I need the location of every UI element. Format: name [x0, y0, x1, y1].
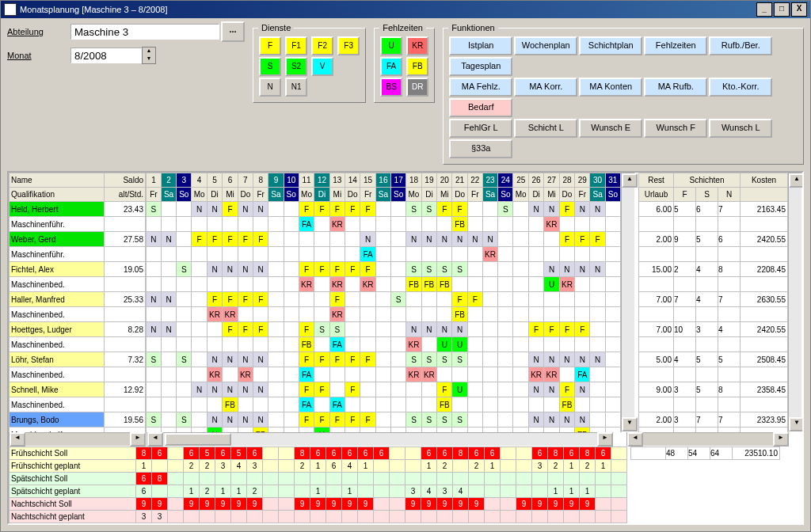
shift-cell[interactable]	[391, 352, 406, 367]
shift-cell[interactable]: F	[360, 262, 375, 277]
absence-cell[interactable]	[345, 307, 360, 322]
shift-cell[interactable]: N	[575, 412, 590, 428]
shift-cell[interactable]: F	[314, 412, 329, 428]
absence-cell[interactable]	[238, 217, 253, 232]
shift-cell[interactable]: N	[147, 322, 162, 337]
shift-cell[interactable]	[268, 202, 284, 217]
day-23[interactable]: 23	[482, 173, 497, 188]
absence-cell[interactable]	[559, 337, 574, 352]
shift-cell[interactable]: N	[406, 232, 421, 247]
shift-cell[interactable]	[329, 382, 345, 397]
shift-cell[interactable]	[482, 262, 497, 277]
absence-cell[interactable]	[223, 217, 238, 232]
fn-schichtl[interactable]: Schicht L	[514, 119, 577, 138]
absence-cell[interactable]	[482, 277, 497, 292]
shift-cell[interactable]: F	[253, 322, 268, 337]
absence-cell[interactable]	[223, 247, 238, 262]
shift-cell[interactable]: S	[177, 412, 192, 428]
absence-cell[interactable]	[284, 397, 299, 412]
shift-cell[interactable]: S	[147, 352, 162, 367]
day-24[interactable]: 24	[498, 173, 513, 188]
absence-cell[interactable]	[207, 217, 222, 232]
absence-cell[interactable]	[161, 337, 176, 352]
shift-cell[interactable]: N	[192, 382, 207, 397]
shift-cell[interactable]: S	[329, 322, 345, 337]
absence-cell[interactable]	[452, 367, 467, 382]
absence-cell[interactable]: KR	[223, 307, 238, 322]
absence-cell[interactable]	[314, 217, 329, 232]
absence-cell[interactable]	[482, 337, 497, 352]
shift-cell[interactable]: F	[467, 292, 482, 307]
shift-cell[interactable]	[268, 352, 284, 367]
shift-cell[interactable]	[207, 322, 222, 337]
shift-cell[interactable]	[284, 382, 299, 397]
absence-cell[interactable]	[575, 217, 590, 232]
absence-cell[interactable]	[559, 217, 574, 232]
shift-cell[interactable]: F	[528, 322, 543, 337]
absence-cell[interactable]	[605, 247, 620, 262]
absence-cell[interactable]	[223, 277, 238, 292]
absence-cell[interactable]	[253, 307, 268, 322]
shift-cell[interactable]: F	[575, 232, 590, 247]
shift-cell[interactable]: S	[498, 202, 513, 217]
absence-cell[interactable]	[223, 337, 238, 352]
absence-cell[interactable]	[238, 397, 253, 412]
absence-cell[interactable]	[299, 307, 314, 322]
absence-cell[interactable]	[329, 247, 345, 262]
absence-cell[interactable]	[528, 247, 543, 262]
absence-cell[interactable]	[391, 337, 406, 352]
absence-cell[interactable]	[498, 277, 513, 292]
shift-cell[interactable]	[498, 292, 513, 307]
absence-cell[interactable]	[345, 367, 360, 382]
day-13[interactable]: 13	[329, 173, 345, 188]
shift-cell[interactable]: N	[207, 202, 222, 217]
emp-name[interactable]: Schnell, Mike	[10, 382, 105, 397]
day-29[interactable]: 29	[575, 173, 590, 188]
absence-cell[interactable]: KR	[406, 367, 421, 382]
day-30[interactable]: 30	[590, 173, 605, 188]
absence-cell[interactable]	[421, 307, 436, 322]
absence-cell[interactable]	[192, 337, 207, 352]
absence-cell[interactable]	[544, 397, 559, 412]
shift-cell[interactable]	[406, 292, 421, 307]
absence-cell[interactable]	[467, 367, 482, 382]
absence-cell[interactable]: KR	[238, 367, 253, 382]
day-6[interactable]: 6	[223, 173, 238, 188]
shift-cell[interactable]: N	[452, 322, 467, 337]
absence-cell[interactable]	[528, 307, 543, 322]
shift-cell[interactable]	[177, 322, 192, 337]
shift-cell[interactable]: F	[314, 202, 329, 217]
fn-wunschl[interactable]: Wunsch L	[709, 119, 772, 138]
absence-cell[interactable]: FA	[329, 337, 345, 352]
shift-cell[interactable]	[544, 232, 559, 247]
day-4[interactable]: 4	[192, 173, 207, 188]
absence-cell[interactable]	[605, 337, 620, 352]
absence-cell[interactable]	[375, 277, 390, 292]
absence-cell[interactable]	[253, 277, 268, 292]
shift-cell[interactable]: F	[329, 352, 345, 367]
absence-cell[interactable]	[147, 367, 162, 382]
shift-cell[interactable]	[375, 262, 390, 277]
shift-cell[interactable]	[375, 352, 390, 367]
absence-cell[interactable]	[406, 217, 421, 232]
absence-cell[interactable]: FA	[299, 217, 314, 232]
absence-cell[interactable]	[575, 397, 590, 412]
shift-cell[interactable]: N	[528, 352, 543, 367]
hscroll-right[interactable]: ◄►	[626, 432, 790, 446]
shift-cell[interactable]: F	[299, 412, 314, 428]
dienst-S[interactable]: S	[259, 57, 281, 76]
shift-cell[interactable]	[192, 322, 207, 337]
shift-cell[interactable]: N	[192, 202, 207, 217]
absence-cell[interactable]	[575, 337, 590, 352]
shift-cell[interactable]	[299, 232, 314, 247]
shift-cell[interactable]: F	[329, 292, 345, 307]
shift-cell[interactable]: F	[299, 352, 314, 367]
shift-cell[interactable]: F	[299, 262, 314, 277]
absence-cell[interactable]	[253, 397, 268, 412]
shift-cell[interactable]	[467, 322, 482, 337]
shift-cell[interactable]: N	[253, 412, 268, 428]
shift-cell[interactable]	[421, 382, 436, 397]
absence-cell[interactable]	[498, 247, 513, 262]
absence-cell[interactable]: KR	[360, 277, 375, 292]
day-27[interactable]: 27	[544, 173, 559, 188]
